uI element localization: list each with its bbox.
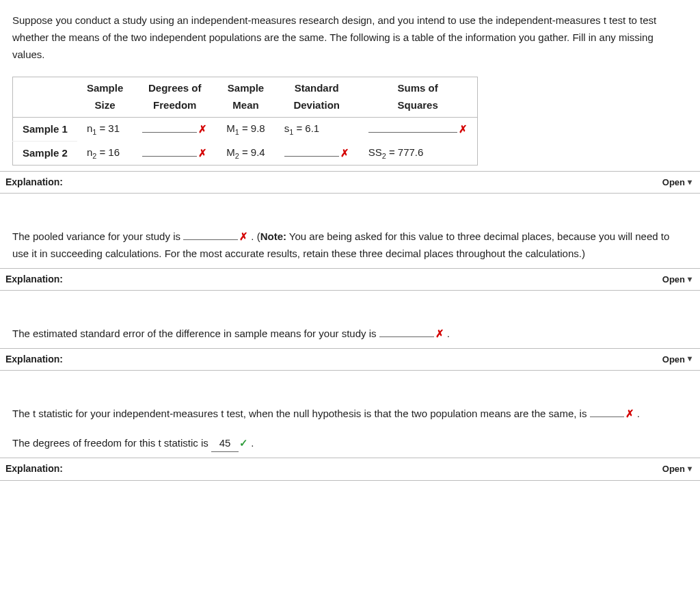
row2-n: n2 = 16	[77, 142, 133, 166]
chevron-down-icon: ▾	[688, 352, 692, 366]
df-answer[interactable]: 45	[211, 435, 239, 453]
x-icon: ✗	[239, 230, 248, 242]
explanation-toggle[interactable]: Explanation: Open▾	[0, 268, 700, 291]
row2-ss: SS2 = 777.6	[359, 142, 478, 166]
row2-label: Sample 2	[13, 142, 77, 166]
pooled-variance-input[interactable]	[183, 228, 238, 240]
x-icon: ✗	[435, 328, 444, 339]
t-stat-input[interactable]	[590, 405, 624, 417]
open-button[interactable]: Open▾	[662, 352, 692, 367]
check-icon: ✓	[239, 437, 248, 449]
hdr-ss-2: Squares	[398, 99, 438, 111]
std-error-input[interactable]	[379, 325, 434, 337]
x-icon: ✗	[459, 123, 468, 135]
q2-text: The pooled variance for your study is ✗ …	[12, 228, 688, 263]
row1-sd: s1 = 6.1	[275, 117, 359, 141]
chevron-down-icon: ▾	[688, 273, 692, 287]
explanation-toggle[interactable]: Explanation: Open▾	[0, 348, 700, 371]
hdr-sd-2: Deviation	[293, 99, 340, 111]
hdr-size-1: Sample	[87, 82, 123, 94]
row1-mean: M1 = 9.8	[217, 117, 274, 141]
x-icon: ✗	[625, 408, 634, 419]
q3-text: The estimated standard error of the diff…	[12, 325, 688, 343]
hdr-sd-1: Standard	[295, 82, 339, 94]
open-button[interactable]: Open▾	[662, 175, 692, 189]
hdr-df-1: Degrees of	[148, 82, 202, 94]
table-row: Sample 1 n1 = 31 ✗ M1 = 9.8 s1 = 6.1 ✗	[13, 117, 478, 141]
row1-n: n1 = 31	[77, 117, 133, 141]
chevron-down-icon: ▾	[688, 176, 692, 189]
hdr-mean-1: Sample	[228, 82, 264, 94]
row2-df-input[interactable]: ✗	[133, 142, 217, 166]
explanation-label: Explanation:	[5, 174, 63, 190]
hdr-mean-2: Mean	[232, 99, 258, 111]
table-row: Sample 2 n2 = 16 ✗ M2 = 9.4 ✗ SS2 = 777.…	[13, 142, 478, 166]
x-icon: ✗	[198, 147, 207, 159]
row2-sd-input[interactable]: ✗	[275, 142, 359, 166]
chevron-down-icon: ▾	[688, 462, 692, 476]
open-button[interactable]: Open▾	[662, 462, 692, 476]
open-button[interactable]: Open▾	[662, 272, 692, 287]
row1-df-input[interactable]: ✗	[133, 117, 217, 141]
hdr-ss-1: Sums of	[398, 82, 438, 94]
explanation-toggle[interactable]: Explanation: Open▾	[0, 458, 700, 480]
x-icon: ✗	[198, 123, 207, 135]
explanation-label: Explanation:	[5, 461, 63, 477]
hdr-df-2: Freedom	[153, 99, 196, 111]
data-table: SampleSize Degrees ofFreedom SampleMean …	[12, 77, 478, 166]
intro-text: Suppose you conduct a study using an ind…	[12, 12, 688, 63]
explanation-toggle[interactable]: Explanation: Open▾	[0, 171, 700, 194]
q4-text: The t statistic for your independent-mea…	[12, 405, 688, 453]
x-icon: ✗	[340, 147, 349, 159]
row1-label: Sample 1	[13, 117, 77, 141]
row2-mean: M2 = 9.4	[217, 142, 274, 166]
explanation-label: Explanation:	[5, 352, 63, 367]
row1-ss-input[interactable]: ✗	[359, 117, 478, 141]
explanation-label: Explanation:	[5, 272, 63, 287]
hdr-size-2: Size	[95, 99, 116, 111]
